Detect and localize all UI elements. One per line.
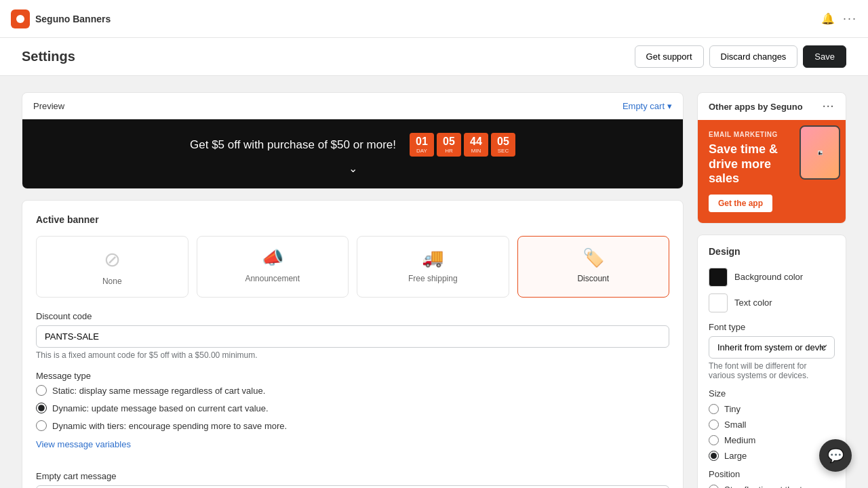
text-color-row: Text color xyxy=(709,293,835,312)
header-actions: Get support Discard changes Save xyxy=(635,45,846,68)
app-icon xyxy=(11,9,30,28)
preview-header: Preview Empty cart ▾ xyxy=(22,93,683,119)
empty-cart-message-input[interactable] xyxy=(36,485,669,488)
banner-type-free-shipping[interactable]: 🚚 Free shipping xyxy=(357,236,509,298)
announcement-icon: 📣 xyxy=(205,247,340,268)
text-color-swatch[interactable] xyxy=(709,293,728,312)
countdown-hr: 05 HR xyxy=(437,133,461,157)
banner-type-none[interactable]: ⊘ None xyxy=(36,236,189,298)
banner-chevron-icon[interactable]: ⌄ xyxy=(36,162,669,175)
preview-card: Preview Empty cart ▾ Get $5 off with pur… xyxy=(22,92,684,189)
discount-code-hint: This is a fixed amount code for $5 off w… xyxy=(36,350,669,360)
active-banner-section: Active banner ⊘ None 📣 Announcement 🚚 Fr… xyxy=(22,200,684,488)
phone-mockup: 👩‍👧 xyxy=(800,125,840,180)
other-apps-more-icon[interactable]: ··· xyxy=(823,101,835,112)
position-label: Position xyxy=(709,469,835,479)
position-stay-top[interactable]: Stay floating at the top xyxy=(709,485,835,488)
top-nav-actions: 🔔 ··· xyxy=(821,12,857,26)
size-small[interactable]: Small xyxy=(709,420,835,430)
other-apps-card: Other apps by Seguno ··· EMAIL MARKETING… xyxy=(697,92,846,224)
message-type-group: Message type Static: display same messag… xyxy=(36,371,669,460)
background-color-swatch[interactable] xyxy=(709,268,728,287)
size-label: Size xyxy=(709,388,835,399)
countdown-min: 44 MIN xyxy=(464,133,488,157)
app-branding: Seguno Banners xyxy=(11,9,111,28)
right-panel: Other apps by Seguno ··· EMAIL MARKETING… xyxy=(697,92,846,488)
main-content: Preview Empty cart ▾ Get $5 off with pur… xyxy=(0,76,868,488)
radio-static[interactable]: Static: display same message regardless … xyxy=(36,385,669,396)
none-icon: ⊘ xyxy=(45,247,180,271)
countdown-day: 01 DAY xyxy=(410,133,434,157)
bell-icon[interactable]: 🔔 xyxy=(821,12,835,25)
more-icon[interactable]: ··· xyxy=(843,12,857,26)
font-type-label: Font type xyxy=(709,322,835,332)
banner-content: Get $5 off with purchase of $50 or more!… xyxy=(36,133,669,157)
top-nav: Seguno Banners 🔔 ··· xyxy=(0,0,868,38)
discount-code-group: Discount code This is a fixed amount cod… xyxy=(36,311,669,360)
active-banner-title: Active banner xyxy=(36,214,669,225)
size-large[interactable]: Large xyxy=(709,451,835,461)
chat-icon: 💬 xyxy=(827,447,844,464)
other-apps-ad-body: EMAIL MARKETING Save time & drive more s… xyxy=(698,120,846,223)
size-medium[interactable]: Medium xyxy=(709,435,835,445)
message-type-label: Message type xyxy=(36,371,669,381)
banner-message: Get $5 off with purchase of $50 or more! xyxy=(190,138,396,152)
view-message-variables-link[interactable]: View message variables xyxy=(36,439,131,449)
app-name: Seguno Banners xyxy=(35,14,111,24)
discount-code-label: Discount code xyxy=(36,311,669,321)
message-type-options: Static: display same message regardless … xyxy=(36,385,669,431)
banner-type-announcement[interactable]: 📣 Announcement xyxy=(197,236,349,298)
radio-dynamic[interactable]: Dynamic: update message based on current… xyxy=(36,403,669,413)
ad-category-label: EMAIL MARKETING xyxy=(709,131,790,138)
get-support-button[interactable]: Get support xyxy=(635,45,704,68)
page-title: Settings xyxy=(22,49,75,64)
chat-button[interactable]: 💬 xyxy=(819,439,852,472)
background-color-row: Background color xyxy=(709,268,835,287)
discard-changes-button[interactable]: Discard changes xyxy=(709,45,798,68)
radio-dynamic-tiers[interactable]: Dynamic with tiers: encourage spending m… xyxy=(36,420,669,431)
svg-point-0 xyxy=(16,15,24,23)
page-header: Settings Get support Discard changes Sav… xyxy=(0,38,868,76)
design-title: Design xyxy=(709,246,835,257)
other-apps-header: Other apps by Seguno ··· xyxy=(698,93,846,120)
countdown-timer: 01 DAY 05 HR 44 MIN 05 S xyxy=(410,133,515,157)
discount-icon: 🏷️ xyxy=(526,247,661,268)
banner-type-selector: ⊘ None 📣 Announcement 🚚 Free shipping 🏷️… xyxy=(36,236,669,298)
countdown-sec: 05 SEC xyxy=(491,133,515,157)
save-button[interactable]: Save xyxy=(803,45,846,68)
truck-icon: 🚚 xyxy=(366,247,500,268)
font-type-select[interactable]: Inherit from system or device xyxy=(709,336,835,359)
size-options: Tiny Small Medium Large xyxy=(709,404,835,461)
empty-cart-selector[interactable]: Empty cart ▾ xyxy=(623,101,672,111)
ad-title: Save time & drive more sales xyxy=(709,142,790,186)
preview-title: Preview xyxy=(33,101,64,111)
empty-cart-message-label: Empty cart message xyxy=(36,471,669,481)
position-section: Position Stay floating at the top xyxy=(709,469,835,488)
discount-code-input[interactable] xyxy=(36,325,669,348)
banner-type-discount[interactable]: 🏷️ Discount xyxy=(517,236,670,298)
banner-preview: Get $5 off with purchase of $50 or more!… xyxy=(22,119,683,188)
left-panel: Preview Empty cart ▾ Get $5 off with pur… xyxy=(22,92,684,488)
size-tiny[interactable]: Tiny xyxy=(709,404,835,414)
font-type-hint: The font will be different for various s… xyxy=(709,361,835,380)
get-app-button[interactable]: Get the app xyxy=(709,195,772,212)
empty-cart-message-group: Empty cart message xyxy=(36,471,669,488)
